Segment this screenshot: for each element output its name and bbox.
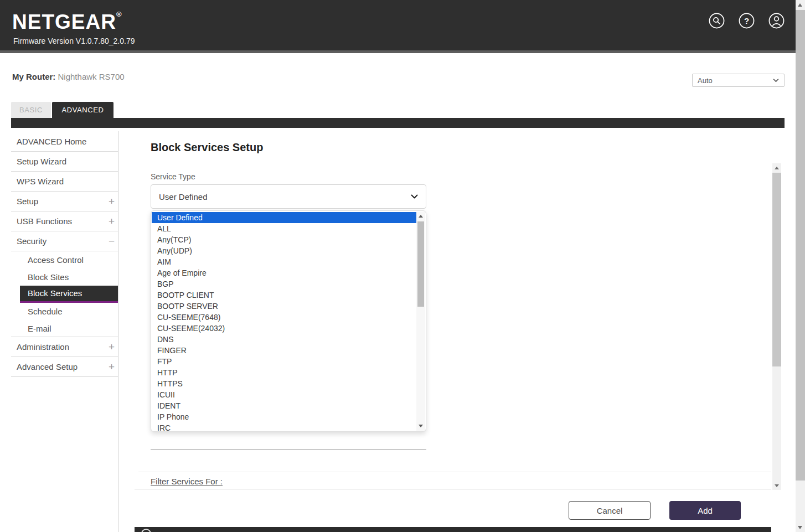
assistant-bubble-icon[interactable] bbox=[141, 529, 151, 532]
cancel-button[interactable]: Cancel bbox=[569, 501, 651, 520]
sidebar-item-security[interactable]: Security− bbox=[11, 231, 118, 251]
sidebar-divider bbox=[118, 131, 118, 532]
dropdown-scrollbar[interactable] bbox=[416, 211, 425, 431]
dropdown-option-finger[interactable]: FINGER bbox=[152, 345, 416, 356]
sidebar-item-label: Block Sites bbox=[28, 272, 69, 282]
page-scrollbar-thumb[interactable] bbox=[796, 10, 805, 481]
dropdown-option-cu-seeme-24032[interactable]: CU-SEEME(24032) bbox=[152, 323, 416, 334]
tab-advanced[interactable]: ADVANCED bbox=[52, 102, 113, 118]
sidebar-item-label: ADVANCED Home bbox=[17, 137, 86, 146]
app-header: NETGEAR® Firmware Version V1.0.7.80_2.0.… bbox=[0, 0, 805, 50]
sidebar-item-advanced-setup[interactable]: Advanced Setup+ bbox=[11, 357, 118, 377]
scroll-down-arrow-icon[interactable] bbox=[775, 484, 779, 487]
dropdown-option-irc[interactable]: IRC bbox=[152, 422, 416, 432]
chevron-down-icon bbox=[411, 194, 418, 199]
sidebar-item-access-control[interactable]: Access Control bbox=[11, 251, 118, 268]
service-type-select-value: User Defined bbox=[159, 192, 208, 202]
sidebar-item-label: Security bbox=[17, 236, 47, 246]
service-type-label: Service Type bbox=[151, 172, 195, 181]
add-button[interactable]: Add bbox=[669, 501, 741, 520]
content-scrollbar[interactable] bbox=[772, 163, 781, 490]
page-scrollbar[interactable] bbox=[796, 0, 805, 532]
dropdown-option-list: User DefinedALLAny(TCP)Any(UDP)AIMAge of… bbox=[152, 212, 416, 432]
sidebar-item-label: Block Services bbox=[28, 288, 82, 298]
registered-mark: ® bbox=[116, 10, 122, 18]
sidebar-item-label: Schedule bbox=[28, 307, 63, 316]
router-info: My Router: Nighthawk RS700 bbox=[12, 72, 125, 81]
service-type-select[interactable]: User Defined bbox=[151, 184, 426, 209]
my-router-label: My Router: bbox=[12, 72, 55, 81]
section-divider bbox=[138, 472, 771, 472]
sidebar-item-label: WPS Wizard bbox=[17, 177, 64, 186]
header-icons: ? bbox=[709, 13, 785, 29]
dropdown-option-icuii[interactable]: ICUII bbox=[152, 389, 416, 400]
scroll-down-arrow-icon[interactable] bbox=[798, 526, 802, 529]
dropdown-option-http[interactable]: HTTP bbox=[152, 367, 416, 378]
plus-icon[interactable]: + bbox=[109, 337, 115, 357]
sidebar-item-setup-wizard[interactable]: Setup Wizard bbox=[11, 152, 118, 172]
dropdown-scrollbar-thumb[interactable] bbox=[417, 221, 424, 307]
sidebar-item-e-mail[interactable]: E-mail bbox=[11, 320, 118, 337]
svg-text:?: ? bbox=[744, 16, 749, 25]
search-icon[interactable] bbox=[709, 13, 725, 29]
plus-icon[interactable]: + bbox=[109, 192, 115, 211]
sidebar-item-usb-functions[interactable]: USB Functions+ bbox=[11, 211, 118, 231]
sidebar-item-block-sites[interactable]: Block Sites bbox=[11, 268, 118, 286]
sidebar-item-label: Setup bbox=[17, 197, 38, 206]
language-select-value: Auto bbox=[698, 76, 713, 85]
sidebar-menu: ADVANCED HomeSetup WizardWPS WizardSetup… bbox=[11, 132, 118, 377]
netgear-logo: NETGEAR® bbox=[12, 10, 122, 34]
content-scrollbar-thumb[interactable] bbox=[772, 173, 781, 366]
scroll-up-arrow-icon[interactable] bbox=[419, 215, 423, 218]
dropdown-option-cu-seeme-7648[interactable]: CU-SEEME(7648) bbox=[152, 312, 416, 323]
dropdown-option-any-tcp[interactable]: Any(TCP) bbox=[152, 234, 416, 245]
plus-icon[interactable]: + bbox=[109, 357, 115, 376]
firmware-version: Firmware Version V1.0.7.80_2.0.79 bbox=[13, 37, 135, 45]
dropdown-option-user-defined[interactable]: User Defined bbox=[152, 212, 416, 223]
minus-icon[interactable]: − bbox=[109, 231, 115, 251]
sidebar-item-label: E-mail bbox=[28, 324, 51, 333]
sidebar-item-administration[interactable]: Administration+ bbox=[11, 337, 118, 357]
dropdown-option-ident[interactable]: IDENT bbox=[152, 400, 416, 411]
dropdown-option-ip-phone[interactable]: IP Phone bbox=[152, 411, 416, 422]
dropdown-option-any-udp[interactable]: Any(UDP) bbox=[152, 245, 416, 256]
sidebar-item-label: USB Functions bbox=[17, 216, 72, 226]
sidebar-item-label: Access Control bbox=[28, 255, 84, 265]
sidebar-item-label: Setup Wizard bbox=[17, 157, 66, 166]
sidebar-item-block-services[interactable]: Block Services bbox=[20, 286, 118, 303]
mode-tabs: BASIC ADVANCED bbox=[11, 102, 113, 118]
scroll-up-arrow-icon[interactable] bbox=[798, 3, 802, 7]
page-title: Block Services Setup bbox=[151, 141, 263, 154]
dropdown-option-dns[interactable]: DNS bbox=[152, 334, 416, 345]
header-bottom-strip bbox=[0, 50, 805, 53]
plus-icon[interactable]: + bbox=[109, 211, 115, 231]
scroll-up-arrow-icon[interactable] bbox=[775, 167, 779, 169]
sidebar-item-schedule[interactable]: Schedule bbox=[11, 303, 118, 320]
service-type-dropdown: User DefinedALLAny(TCP)Any(UDP)AIMAge of… bbox=[151, 210, 426, 432]
form-divider bbox=[151, 449, 426, 450]
sidebar-item-setup[interactable]: Setup+ bbox=[11, 192, 118, 211]
footer-divider bbox=[135, 489, 771, 490]
dropdown-option-all[interactable]: ALL bbox=[152, 223, 416, 234]
dropdown-option-bgp[interactable]: BGP bbox=[152, 278, 416, 290]
dropdown-option-https[interactable]: HTTPS bbox=[152, 378, 416, 389]
filter-services-link[interactable]: Filter Services For : bbox=[151, 477, 223, 486]
dropdown-option-bootp-client[interactable]: BOOTP CLIENT bbox=[152, 290, 416, 301]
sidebar-item-wps-wizard[interactable]: WPS Wizard bbox=[11, 172, 118, 192]
dropdown-option-bootp-server[interactable]: BOOTP SERVER bbox=[152, 301, 416, 312]
help-icon[interactable]: ? bbox=[739, 13, 755, 29]
dropdown-option-ftp[interactable]: FTP bbox=[152, 356, 416, 367]
sidebar-item-label: Administration bbox=[17, 342, 69, 352]
account-icon[interactable] bbox=[768, 13, 785, 29]
scroll-down-arrow-icon[interactable] bbox=[419, 425, 423, 427]
sidebar-item-label: Advanced Setup bbox=[17, 362, 78, 371]
dropdown-option-aim[interactable]: AIM bbox=[152, 256, 416, 267]
tab-basic[interactable]: BASIC bbox=[11, 102, 51, 118]
sidebar-item-advanced-home[interactable]: ADVANCED Home bbox=[11, 132, 118, 152]
router-name: Nighthawk RS700 bbox=[58, 72, 125, 81]
dropdown-option-age-of-empire[interactable]: Age of Empire bbox=[152, 267, 416, 278]
bottom-dark-bar bbox=[135, 527, 771, 532]
tab-underline-bar bbox=[11, 118, 785, 128]
chevron-down-icon bbox=[773, 79, 779, 82]
language-select[interactable]: Auto bbox=[692, 74, 785, 87]
